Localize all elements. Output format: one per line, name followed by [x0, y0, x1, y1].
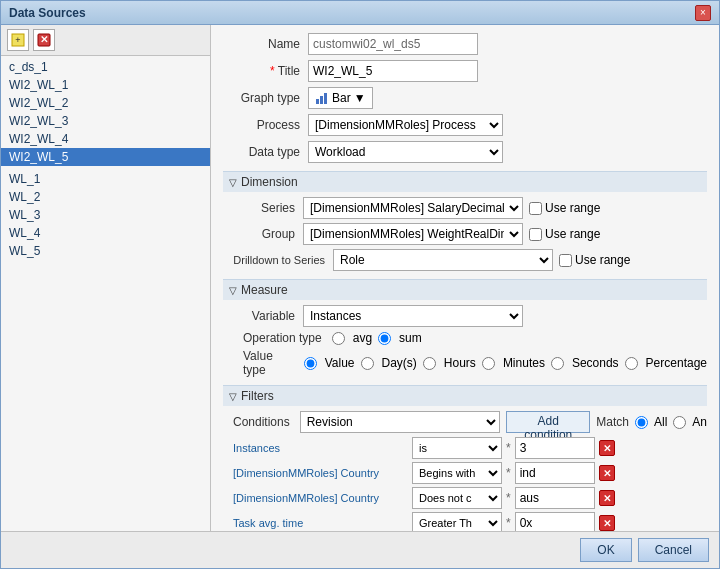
filter-op-2[interactable]: Does not c	[412, 487, 502, 509]
an-label: An	[692, 415, 707, 429]
list-item[interactable]: WI2_WL_2	[1, 94, 210, 112]
name-input[interactable]	[308, 33, 478, 55]
value-type-label: Value type	[243, 349, 294, 377]
measure-section-header: Measure	[223, 279, 707, 300]
group-use-range-label: Use range	[545, 227, 600, 241]
graph-type-control: Bar ▼	[308, 87, 373, 109]
left-panel: + ✕ c_ds_1 WI2_WL_1 WI2_WL_2 WI2_WL_3 WI…	[1, 25, 211, 531]
series-use-range-label: Use range	[545, 201, 600, 215]
conditions-label: Conditions	[233, 415, 290, 429]
list-item[interactable]: WI2_WL_1	[1, 76, 210, 94]
list-item-selected[interactable]: WI2_WL_5	[1, 148, 210, 166]
data-type-select[interactable]: Workload	[308, 141, 503, 163]
cancel-button[interactable]: Cancel	[638, 538, 709, 562]
close-button[interactable]: ×	[695, 5, 711, 21]
add-datasource-button[interactable]: +	[7, 29, 29, 51]
name-label: Name	[223, 37, 308, 51]
filter-delete-0[interactable]: ✕	[599, 440, 615, 456]
filters-section-header: Filters	[223, 385, 707, 406]
list-item[interactable]: WI2_WL_4	[1, 130, 210, 148]
group-select[interactable]: [DimensionMMRoles] WeightRealDimension	[303, 223, 523, 245]
val-days-label: Day(s)	[382, 356, 417, 370]
filter-op-0[interactable]: is	[412, 437, 502, 459]
title-row: Title	[223, 60, 707, 82]
svg-text:✕: ✕	[40, 34, 48, 45]
svg-rect-5	[320, 96, 323, 104]
dimension-section-header: Dimension	[223, 171, 707, 192]
list-item[interactable]: WL_2	[1, 188, 210, 206]
add-condition-button[interactable]: Add condition	[506, 411, 590, 433]
op-sum-radio[interactable]	[378, 332, 391, 345]
conditions-select[interactable]: Revision	[300, 411, 500, 433]
measure-header-label: Measure	[241, 283, 288, 297]
filter-row-2: [DimensionMMRoles] Country Does not c * …	[223, 487, 707, 509]
datasource-list: c_ds_1 WI2_WL_1 WI2_WL_2 WI2_WL_3 WI2_WL…	[1, 56, 210, 531]
filter-field-2: [DimensionMMRoles] Country	[233, 492, 408, 504]
list-item[interactable]: WL_4	[1, 224, 210, 242]
val-hours-label: Hours	[444, 356, 476, 370]
variable-label: Variable	[233, 309, 303, 323]
list-item[interactable]: WL_5	[1, 242, 210, 260]
footer: OK Cancel	[1, 531, 719, 568]
delete-datasource-button[interactable]: ✕	[33, 29, 55, 51]
series-use-range-checkbox[interactable]	[529, 202, 542, 215]
filter-op-1[interactable]: Begins with	[412, 462, 502, 484]
list-item[interactable]: c_ds_1	[1, 58, 210, 76]
group-use-range-checkbox[interactable]	[529, 228, 542, 241]
group-use-range: Use range	[529, 227, 600, 241]
filter-delete-1[interactable]: ✕	[599, 465, 615, 481]
val-value-label: Value	[325, 356, 355, 370]
series-select[interactable]: [DimensionMMRoles] SalaryDecimalInput	[303, 197, 523, 219]
graph-type-row: Graph type Bar ▼	[223, 87, 707, 109]
op-sum-label: sum	[399, 331, 422, 345]
process-select[interactable]: [DimensionMMRoles] Process	[308, 114, 503, 136]
bar-chart-icon	[315, 92, 329, 105]
operation-type-label: Operation type	[243, 331, 322, 345]
measure-grid: Variable Instances Operation type avg su…	[223, 305, 707, 377]
list-item[interactable]: WL_3	[1, 206, 210, 224]
val-seconds-label: Seconds	[572, 356, 619, 370]
drilldown-use-range: Use range	[559, 253, 630, 267]
op-avg-label: avg	[353, 331, 372, 345]
drilldown-use-range-checkbox[interactable]	[559, 254, 572, 267]
title-bar: Data Sources ×	[1, 1, 719, 25]
graph-type-button[interactable]: Bar ▼	[308, 87, 373, 109]
operation-type-row: Operation type avg sum	[243, 331, 707, 345]
variable-select[interactable]: Instances	[303, 305, 523, 327]
ok-button[interactable]: OK	[580, 538, 631, 562]
list-item[interactable]: WL_1	[1, 170, 210, 188]
filter-row-3: Task avg. time Greater Th * ✕	[223, 512, 707, 531]
group-row: Group [DimensionMMRoles] WeightRealDimen…	[233, 223, 707, 245]
dialog: Data Sources × + ✕ c	[0, 0, 720, 569]
filter-value-1[interactable]	[515, 462, 595, 484]
filter-value-0[interactable]	[515, 437, 595, 459]
all-label: All	[654, 415, 667, 429]
filter-delete-3[interactable]: ✕	[599, 515, 615, 531]
match-label: Match	[596, 415, 629, 429]
val-seconds-radio[interactable]	[551, 357, 564, 370]
match-all-radio[interactable]	[635, 416, 648, 429]
val-minutes-radio[interactable]	[482, 357, 495, 370]
filter-op-3[interactable]: Greater Th	[412, 512, 502, 531]
filter-value-3[interactable]	[515, 512, 595, 531]
match-an-radio[interactable]	[673, 416, 686, 429]
val-value-radio[interactable]	[304, 357, 317, 370]
filter-value-2[interactable]	[515, 487, 595, 509]
filter-row-0: Instances is * ✕	[223, 437, 707, 459]
op-avg-radio[interactable]	[332, 332, 345, 345]
drilldown-select[interactable]: Role	[333, 249, 553, 271]
title-label: Title	[223, 64, 308, 78]
filter-asterisk-0: *	[506, 441, 511, 455]
val-hours-radio[interactable]	[423, 357, 436, 370]
list-item[interactable]: WI2_WL_3	[1, 112, 210, 130]
val-percentage-radio[interactable]	[625, 357, 638, 370]
val-percentage-label: Percentage	[646, 356, 707, 370]
val-days-radio[interactable]	[361, 357, 374, 370]
series-use-range: Use range	[529, 201, 600, 215]
title-input[interactable]	[308, 60, 478, 82]
filter-asterisk-1: *	[506, 466, 511, 480]
dimension-grid: Series [DimensionMMRoles] SalaryDecimalI…	[223, 197, 707, 271]
filter-field-0: Instances	[233, 442, 408, 454]
filter-delete-2[interactable]: ✕	[599, 490, 615, 506]
conditions-row: Conditions Revision Add condition Match …	[223, 411, 707, 433]
